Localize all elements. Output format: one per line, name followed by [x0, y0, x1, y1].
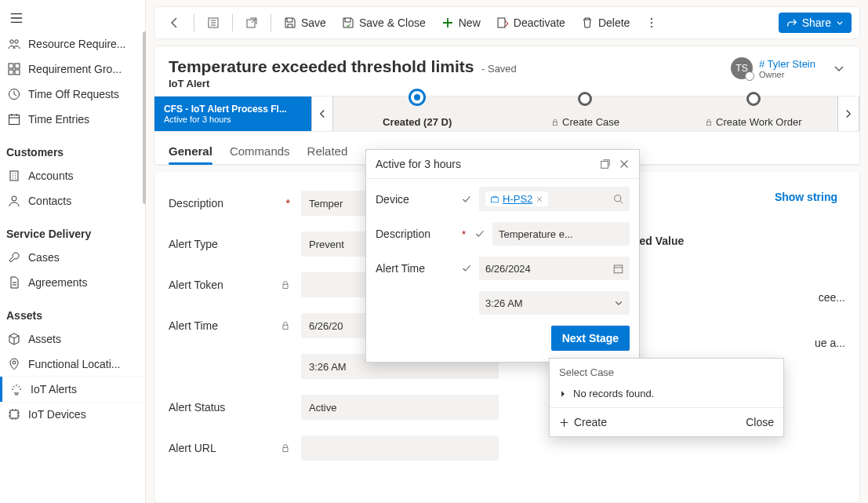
lock-icon: [551, 118, 559, 126]
bpf-stage-create-case[interactable]: Create Case: [501, 97, 669, 131]
nav-time-off[interactable]: Time Off Requests: [0, 82, 145, 107]
remove-icon[interactable]: [536, 195, 543, 203]
select-case-dropdown: Select Case No records found. Create Clo…: [549, 358, 784, 437]
owner-control[interactable]: TS # Tyler Stein Owner: [731, 57, 845, 79]
nav-functional-locations[interactable]: Functional Locati...: [0, 352, 145, 377]
avatar: TS: [731, 57, 753, 79]
stage-indicator-icon: [409, 89, 426, 106]
svg-point-25: [615, 195, 621, 202]
record-entity: IoT Alert: [169, 78, 731, 89]
device-lookup[interactable]: H-PS2: [479, 187, 630, 211]
alert-url-input: [301, 436, 499, 461]
chevron-down-icon[interactable]: [833, 62, 845, 75]
nav-iot-devices[interactable]: IoT Devices: [0, 402, 145, 427]
nav-contacts[interactable]: Contacts: [0, 188, 145, 213]
calendar-icon[interactable]: [613, 264, 623, 274]
share-button[interactable]: Share: [779, 13, 852, 33]
label-alert-time: Alert Time: [169, 319, 218, 332]
nav-agreements[interactable]: Agreements: [0, 270, 145, 295]
person-icon: [8, 195, 20, 207]
bpf-stage-create-workorder[interactable]: Create Work Order: [670, 97, 837, 131]
svg-point-0: [10, 40, 13, 43]
tab-related[interactable]: Related: [307, 140, 348, 164]
bpf-stage-label: Created (27 D): [383, 116, 452, 128]
dock-icon[interactable]: [600, 159, 611, 169]
pin-icon: [8, 358, 20, 370]
flyout-date-input[interactable]: 6/26/2024: [479, 257, 630, 280]
nav-label: IoT Alerts: [31, 383, 77, 395]
search-icon[interactable]: [613, 194, 623, 204]
svg-rect-18: [554, 122, 557, 125]
nav-label: Assets: [28, 333, 61, 345]
label-alert-status: Alert Status: [169, 401, 225, 414]
cube-icon: [8, 333, 20, 345]
next-stage-button[interactable]: Next Stage: [551, 326, 630, 351]
device-lookup-value: H-PS2: [503, 193, 532, 205]
lock-icon: [281, 443, 290, 453]
new-button[interactable]: New: [435, 12, 487, 34]
more-commands-button[interactable]: [639, 12, 664, 34]
svg-rect-4: [9, 70, 13, 75]
lock-icon: [281, 280, 290, 290]
calendar-icon: [8, 113, 20, 126]
stage-indicator-icon: [578, 92, 592, 106]
bpf-flow-name: CFS - IoT Alert Process Fl...: [164, 104, 302, 115]
check-icon: [462, 195, 471, 204]
tab-general[interactable]: General: [169, 140, 212, 164]
save-close-button[interactable]: Save & Close: [336, 12, 432, 34]
record-title: Temperature exceeded threshold limits: [169, 57, 474, 75]
svg-rect-22: [283, 447, 288, 451]
doc-icon: [8, 276, 20, 289]
svg-rect-11: [10, 410, 18, 418]
flyout-label-device: Device: [376, 193, 454, 206]
svg-point-17: [651, 26, 652, 27]
tab-commands[interactable]: Commands: [230, 140, 290, 164]
owner-link[interactable]: # Tyler Stein: [759, 58, 815, 70]
building-icon: [8, 169, 20, 182]
nav-label: Cases: [28, 251, 60, 264]
nav-resource-requirements[interactable]: Resource Require...: [0, 31, 145, 56]
nav-requirement-groups[interactable]: Requirement Gro...: [0, 56, 145, 82]
form-selector-button[interactable]: [201, 12, 226, 34]
create-button[interactable]: Create: [559, 416, 607, 428]
bpf-next-button[interactable]: [837, 97, 859, 131]
flyout-label-time: Alert Time: [376, 262, 454, 275]
close-button[interactable]: Close: [746, 416, 774, 428]
svg-rect-20: [283, 284, 288, 288]
flyout-description-input[interactable]: Temperature e...: [492, 222, 630, 246]
nav-assets[interactable]: Assets: [0, 326, 145, 352]
nav-label: Time Off Requests: [28, 88, 119, 100]
label-description: Description: [169, 197, 223, 210]
nav-iot-alerts[interactable]: IoT Alerts: [0, 377, 145, 402]
stage-indicator-icon: [746, 92, 761, 106]
device-icon: [490, 195, 499, 204]
nav-label: Agreements: [28, 276, 87, 289]
nav-label: Accounts: [28, 169, 74, 182]
alert-icon: [10, 383, 23, 395]
open-new-window-button[interactable]: [239, 12, 264, 34]
bpf-stage-created[interactable]: Created (27 D): [333, 97, 501, 131]
delete-button[interactable]: Delete: [575, 12, 636, 34]
chevron-down-icon[interactable]: [614, 298, 623, 308]
owner-role: Owner: [759, 70, 815, 79]
alert-status-input[interactable]: [301, 395, 499, 420]
dropdown-heading: Select Case: [550, 359, 783, 381]
nav-accounts[interactable]: Accounts: [0, 163, 145, 188]
back-button[interactable]: [162, 12, 187, 34]
svg-rect-19: [707, 122, 711, 125]
flyout-time-input[interactable]: 3:26 AM: [479, 291, 630, 315]
deactivate-button[interactable]: Deactivate: [490, 12, 572, 34]
bpf-duration: Active for 3 hours: [164, 115, 302, 124]
check-icon: [462, 264, 471, 273]
svg-rect-7: [9, 115, 20, 125]
bpf-stage-label: Create Work Order: [716, 116, 802, 128]
close-icon[interactable]: [619, 159, 630, 169]
caret-right-icon: [559, 390, 567, 398]
nav-cases[interactable]: Cases: [0, 245, 145, 270]
bpf-prev-button[interactable]: [311, 97, 333, 131]
hamburger-menu[interactable]: [0, 5, 145, 31]
bpf-flow-header[interactable]: CFS - IoT Alert Process Fl... Active for…: [154, 97, 311, 131]
lock-icon: [705, 118, 713, 126]
nav-time-entries[interactable]: Time Entries: [0, 107, 145, 132]
save-button[interactable]: Save: [278, 12, 332, 34]
